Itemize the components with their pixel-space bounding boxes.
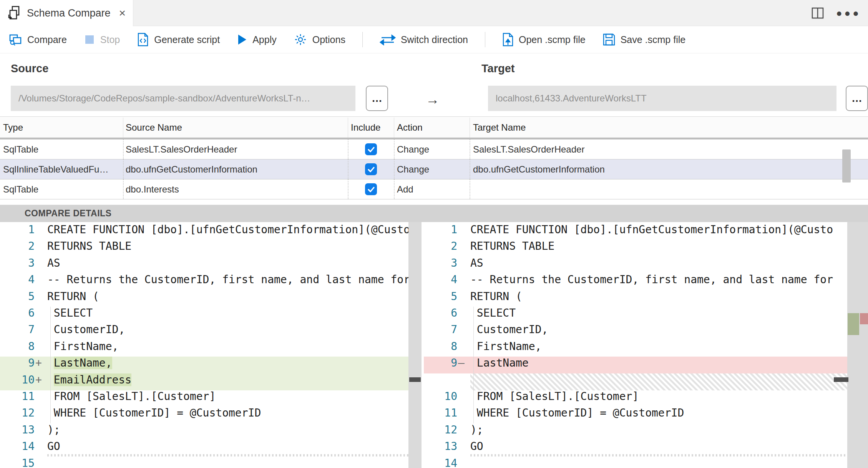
- code-line: EmailAddress: [47, 373, 131, 390]
- target-name-cell: dbo.ufnGetCustomerInformation: [473, 159, 835, 179]
- type-cell: SqlTable: [3, 139, 121, 159]
- column-separator: [348, 159, 349, 179]
- tab-strip: Schema Compare × ●●●: [0, 0, 868, 26]
- type-cell: SqlTable: [3, 179, 121, 199]
- switch-direction-icon: [380, 33, 396, 46]
- target-editor-diff-dash: [834, 377, 848, 382]
- tab-schema-compare[interactable]: Schema Compare ×: [0, 0, 133, 26]
- code-line: FirstName,: [470, 340, 541, 357]
- source-editor-diff-dash: [409, 377, 421, 382]
- added-char-highlight: EmailAddress: [54, 373, 131, 386]
- type-cell: SqlInlineTableValuedFu…: [3, 159, 121, 179]
- column-resize-handle[interactable]: [470, 118, 470, 138]
- toolbar-button-save-scmp[interactable]: Save .scmp file: [602, 33, 686, 46]
- toolbar-separator: [362, 32, 363, 47]
- line-number: 14: [0, 440, 35, 457]
- options-icon: [294, 33, 307, 46]
- line-number: 13: [424, 440, 457, 457]
- line-number: 11: [0, 390, 35, 407]
- added-char-highlight: LastName,: [54, 357, 112, 369]
- target-code-pane[interactable]: 1CREATE FUNCTION [dbo].[ufnGetCustomerIn…: [424, 222, 868, 468]
- line-number: 6: [424, 307, 457, 324]
- generate-script-icon: [137, 33, 149, 46]
- column-separator: [394, 139, 395, 159]
- toolbar-button-compare[interactable]: Compare: [8, 33, 67, 46]
- apply-icon: [237, 33, 247, 46]
- line-number: 6: [0, 307, 35, 324]
- toolbar-button-open-scmp[interactable]: Open .scmp file: [502, 33, 586, 46]
- source-code-pane[interactable]: 1CREATE FUNCTION [dbo].[ufnGetCustomerIn…: [0, 222, 422, 468]
- toolbar-button-options[interactable]: Options: [294, 33, 345, 46]
- source-name-cell: dbo.ufnGetCustomerInformation: [126, 159, 345, 179]
- line-number: 11: [424, 407, 457, 423]
- toolbar-button-generate-script[interactable]: Generate script: [137, 33, 220, 46]
- tab-strip-empty-area: [133, 0, 868, 26]
- tab-title: Schema Compare: [27, 7, 111, 19]
- column-separator: [470, 179, 470, 199]
- column-header-target-name[interactable]: Target Name: [473, 117, 526, 138]
- code-line: RETURNS TABLE: [470, 240, 554, 257]
- toolbar-button-stop[interactable]: Stop: [84, 34, 120, 45]
- target-editor-scrollbar[interactable]: [847, 222, 868, 468]
- diff-editor: 1CREATE FUNCTION [dbo].[ufnGetCustomerIn…: [0, 222, 868, 468]
- column-header-source-name[interactable]: Source Name: [126, 117, 182, 138]
- code-line: );: [470, 423, 483, 440]
- table-row[interactable]: SqlTabledbo.InterestsAdd: [0, 179, 868, 199]
- source-editor-scrollbar[interactable]: [408, 222, 422, 468]
- target-path-input[interactable]: localhost,61433.AdventureWorksLTT: [488, 86, 836, 111]
- line-number: 1: [0, 223, 35, 240]
- column-header-include[interactable]: Include: [351, 117, 380, 138]
- column-separator: [348, 139, 349, 159]
- schema-compare-app: Schema Compare × ●●● CompareStopGenerate…: [0, 0, 868, 468]
- source-path-input[interactable]: /Volumes/Storage/CodeRepos/sample-sandbo…: [11, 86, 355, 111]
- open-scmp-icon: [502, 33, 514, 46]
- code-line: FROM [SalesLT].[Customer]: [470, 390, 639, 407]
- split-editor-icon[interactable]: [810, 5, 825, 21]
- toolbar-button-switch-direction[interactable]: Switch direction: [380, 33, 468, 46]
- column-separator: [394, 179, 395, 199]
- code-line: AS: [47, 257, 60, 274]
- column-resize-handle[interactable]: [123, 118, 123, 138]
- table-vertical-scrollbar[interactable]: [842, 149, 851, 183]
- line-number: 7: [424, 323, 457, 340]
- diff-line-sign: +: [35, 373, 42, 390]
- code-line: RETURN (: [470, 290, 522, 307]
- line-number: 4: [0, 273, 35, 290]
- stop-icon: [84, 34, 95, 45]
- line-number: 14: [424, 457, 457, 468]
- source-browse-button[interactable]: …: [366, 86, 388, 111]
- include-checkbox[interactable]: [365, 163, 377, 175]
- table-row[interactable]: SqlInlineTableValuedFu…dbo.ufnGetCustome…: [0, 159, 868, 179]
- code-line: SELECT: [470, 307, 516, 324]
- compare-details-title: COMPARE DETAILS: [25, 208, 111, 219]
- target-name-cell: SalesLT.SalesOrderHeader: [473, 139, 835, 159]
- line-number: 2: [424, 240, 457, 257]
- line-number: 8: [424, 340, 457, 357]
- column-header-action[interactable]: Action: [397, 117, 423, 138]
- column-resize-handle[interactable]: [348, 118, 348, 138]
- code-line: SELECT: [47, 307, 93, 324]
- tab-close-icon[interactable]: ×: [119, 7, 126, 19]
- column-separator: [123, 139, 124, 159]
- table-row[interactable]: SqlTableSalesLT.SalesOrderHeaderChangeSa…: [0, 139, 868, 159]
- code-line: FROM [SalesLT].[Customer]: [47, 390, 216, 407]
- target-browse-button[interactable]: …: [846, 86, 868, 111]
- compare-details-header: COMPARE DETAILS: [0, 205, 868, 222]
- indent-guide: [473, 307, 474, 423]
- include-checkbox[interactable]: [365, 183, 377, 195]
- toolbar-button-apply[interactable]: Apply: [237, 33, 277, 46]
- include-checkbox[interactable]: [365, 143, 377, 155]
- column-resize-handle[interactable]: [394, 118, 394, 138]
- code-line: WHERE [CustomerID] = @CustomerID: [470, 407, 684, 423]
- column-separator: [348, 179, 349, 199]
- line-number: 1: [424, 223, 457, 240]
- deleted-line-filler: [470, 373, 847, 390]
- action-cell: Add: [397, 179, 467, 199]
- compare-icon: [8, 33, 22, 46]
- more-actions-icon[interactable]: ●●●: [836, 7, 861, 19]
- code-line: CREATE FUNCTION [dbo].[ufnGetCustomerInf…: [47, 223, 410, 240]
- code-line: LastName: [470, 357, 529, 373]
- diff-line-sign: +: [35, 357, 42, 373]
- column-separator: [394, 159, 395, 179]
- column-header-type[interactable]: Type: [3, 117, 23, 138]
